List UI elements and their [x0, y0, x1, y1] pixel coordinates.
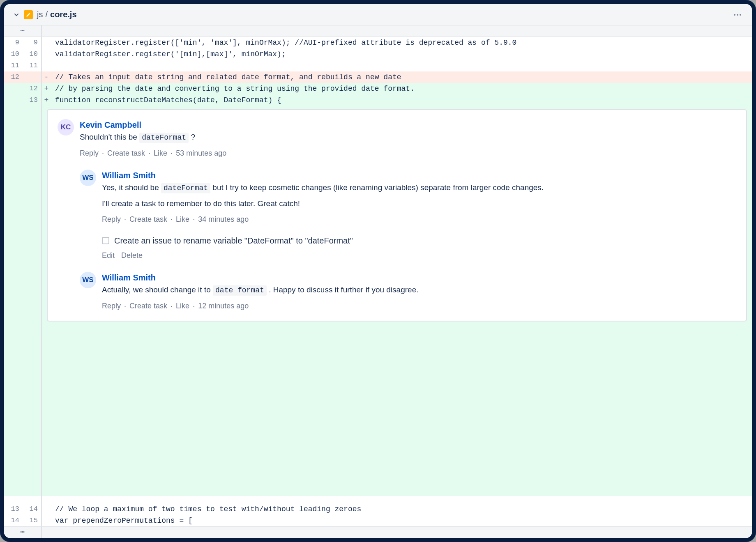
expand-context-top[interactable]: ⋯ [4, 25, 41, 37]
breadcrumb-separator: / [45, 10, 48, 19]
file-name: core.js [50, 10, 76, 19]
avatar[interactable]: WS [80, 272, 96, 288]
like-link[interactable]: Like [176, 214, 189, 225]
reply-link[interactable]: Reply [80, 147, 99, 159]
file-modified-icon [24, 10, 33, 19]
comment-author-link[interactable]: William Smith [102, 272, 156, 283]
inline-code: dateFormat [161, 183, 210, 193]
create-task-link[interactable]: Create task [129, 300, 167, 312]
edit-task-link[interactable]: Edit [102, 250, 115, 261]
line-number-gutter: ⋯ 99 1010 1111 12 12 13 1314 1415 ⋯ [4, 25, 42, 538]
code-line [42, 60, 752, 71]
comment-timestamp: 34 minutes ago [198, 214, 249, 225]
task-checkbox[interactable] [102, 237, 109, 244]
task-text: Create an issue to rename variable "Date… [114, 235, 353, 246]
inline-code: date_format [213, 285, 267, 296]
avatar[interactable]: WS [80, 170, 96, 186]
comment: KC Kevin Campbell Shouldn't this be date… [58, 119, 736, 159]
old-line-number: 9 [4, 37, 23, 48]
like-link[interactable]: Like [154, 147, 167, 159]
comment-reply: WS William Smith Yes, it should be dateF… [80, 170, 736, 225]
code-line: validatorRegister.register(['min', 'max'… [42, 37, 752, 48]
create-task-link[interactable]: Create task [107, 147, 145, 159]
code-line-added: +function reconstructDateMatches(date, D… [42, 94, 752, 106]
code-line-removed: -// Takes an input date string and relat… [42, 71, 752, 83]
folder-name: js [37, 10, 43, 19]
code-line: var prependZeroPermutations = [ [42, 515, 752, 526]
comment-author-link[interactable]: William Smith [102, 170, 156, 181]
inline-code: dateFormat [139, 133, 189, 143]
reply-link[interactable]: Reply [102, 214, 121, 225]
file-header: js / core.js [4, 4, 752, 25]
comment-thread: KC Kevin Campbell Shouldn't this be date… [47, 109, 747, 322]
task-actions: Edit Delete [102, 250, 736, 261]
comment-text: I'll create a task to remember to do thi… [102, 198, 736, 209]
comment-actions: Reply Create task Like 12 minutes ago [102, 300, 736, 312]
new-line-number: 9 [23, 37, 41, 48]
more-actions-button[interactable] [732, 12, 743, 17]
comment-timestamp: 12 minutes ago [198, 300, 249, 312]
comment-reply: WS William Smith Actually, we should cha… [80, 272, 736, 312]
comment-timestamp: 53 minutes ago [176, 147, 226, 159]
expand-context-bottom[interactable]: ⋯ [4, 526, 41, 538]
task-item: Create an issue to rename variable "Date… [102, 235, 736, 246]
diff-view: ⋯ 99 1010 1111 12 12 13 1314 1415 ⋯ vali… [4, 25, 752, 538]
create-task-link[interactable]: Create task [129, 214, 167, 225]
reply-link[interactable]: Reply [102, 300, 121, 312]
comment-actions: Reply Create task Like 53 minutes ago [80, 147, 736, 159]
like-link[interactable]: Like [176, 300, 189, 312]
collapse-chevron-icon[interactable] [13, 11, 20, 18]
ellipsis-icon: ⋯ [20, 527, 25, 538]
code-line: // We loop a maximum of two times to tes… [42, 503, 752, 515]
code-line: validatorRegister.register('[min],[max]'… [42, 48, 752, 60]
comment-author-link[interactable]: Kevin Campbell [80, 119, 141, 131]
code-line-added: +// by parsing the date and converting t… [42, 83, 752, 94]
comment-actions: Reply Create task Like 34 minutes ago [102, 214, 736, 225]
ellipsis-icon: ⋯ [20, 25, 25, 37]
delete-task-link[interactable]: Delete [121, 250, 143, 261]
comment-text: Shouldn't this be [80, 133, 139, 141]
breadcrumb: js / core.js [37, 10, 77, 19]
avatar[interactable]: KC [58, 119, 74, 136]
